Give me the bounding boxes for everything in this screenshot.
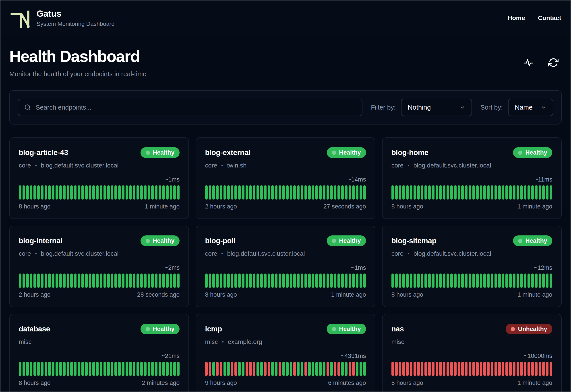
bar-failure [520,362,523,376]
bar-success [356,185,359,200]
endpoint-card[interactable]: nas Unhealthy misc • ~10000ms 8 hours ag… [382,314,562,392]
bar-success [341,362,344,376]
endpoint-card[interactable]: blog-poll Healthy core • blog.default.sv… [195,226,375,307]
endpoint-host: blog.default.svc.cluster.local [41,250,119,257]
bar-success [159,185,161,200]
app-title: Gatus [37,9,115,19]
status-badge: Healthy [140,147,180,158]
bar-success [436,185,438,200]
endpoint-card[interactable]: blog-article-43 Healthy core • blog.defa… [9,138,189,219]
bar-success [104,362,106,376]
endpoint-card[interactable]: icmp Healthy misc • example.org ~4391ms … [195,314,375,392]
bar-success [166,185,169,200]
chevron-down-icon [541,104,546,110]
bar-success [363,274,366,288]
time-range-start: 8 hours ago [391,291,423,298]
bar-success [85,274,88,288]
bar-success [268,185,270,200]
bar-success [491,185,493,200]
gatus-logo-link[interactable] [10,8,31,28]
bar-success [162,362,165,376]
endpoint-card[interactable]: database Healthy misc • ~21ms 8 hours ag… [9,314,189,392]
bar-success [316,274,318,288]
filter-select[interactable]: Nothing [401,99,472,116]
endpoint-card[interactable]: blog-sitemap Healthy core • blog.default… [382,226,562,307]
bar-success [520,274,523,288]
endpoint-card[interactable]: blog-external Healthy core • twin.sh ~14… [195,138,375,219]
endpoint-card[interactable]: blog-internal Healthy core • blog.defaul… [9,226,189,307]
bar-failure [421,362,423,376]
bar-success [301,274,303,288]
bar-failure [334,362,337,376]
bar-success [111,362,114,376]
bar-success [104,185,106,200]
bar-success [498,185,501,200]
bar-success [126,274,128,288]
bar-success [432,274,435,288]
bar-success [319,362,322,376]
bar-success [487,185,490,200]
latency-value: ~4391ms [205,352,366,360]
bar-failure [234,362,237,376]
bar-success [341,185,344,200]
bar-success [327,274,329,288]
activity-button[interactable] [523,57,534,68]
bar-success [293,274,296,288]
nav-link-contact[interactable]: Contact [538,14,561,22]
bar-success [100,185,102,200]
bar-success [246,274,248,288]
bar-success [483,185,486,200]
bar-success [242,362,244,376]
nav-link-home[interactable]: Home [508,14,525,22]
status-badge: Healthy [327,147,366,158]
endpoint-card[interactable]: blog-home Healthy core • blog.default.sv… [382,138,562,219]
bar-success [23,362,25,376]
bar-failure [454,362,457,376]
endpoint-host: blog.default.svc.cluster.local [41,162,119,169]
bar-success [231,274,234,288]
bar-success [316,362,318,376]
endpoint-name: database [19,325,50,333]
time-range-start: 2 hours ago [19,291,51,298]
bar-failure [216,362,219,376]
status-dot-icon [332,151,336,155]
bar-success [81,274,84,288]
bar-success [118,185,121,200]
refresh-button[interactable] [548,57,558,68]
sort-select[interactable]: Name [508,99,553,116]
bar-success [166,274,169,288]
bar-success [212,185,215,200]
bar-success [546,185,549,200]
status-badge: Healthy [327,324,366,334]
bar-failure [495,362,497,376]
bar-success [271,362,274,376]
status-dot-icon [332,327,336,331]
time-range-end: 1 minute ago [517,379,552,386]
bar-failure [205,362,208,376]
bar-failure [349,362,351,376]
time-range-start: 8 hours ago [19,379,51,386]
bar-success [356,274,359,288]
bar-success [148,274,150,288]
uptime-bars [19,362,180,376]
search-input[interactable] [36,104,356,111]
bar-success [166,362,169,376]
bar-success [129,185,132,200]
bar-success [539,274,541,288]
bar-success [33,185,36,200]
bar-failure [546,362,549,376]
latency-value: ~1ms [19,176,180,183]
bar-success [301,362,303,376]
bar-success [414,274,416,288]
bar-success [395,274,398,288]
bar-success [447,274,449,288]
bar-success [505,274,508,288]
bar-success [345,185,347,200]
bar-success [48,185,51,200]
time-range-start: 8 hours ago [391,379,423,386]
endpoint-grid: blog-article-43 Healthy core • blog.defa… [9,138,562,392]
bar-success [297,185,300,200]
bar-success [550,185,552,200]
bar-success [162,274,165,288]
bar-success [432,185,435,200]
